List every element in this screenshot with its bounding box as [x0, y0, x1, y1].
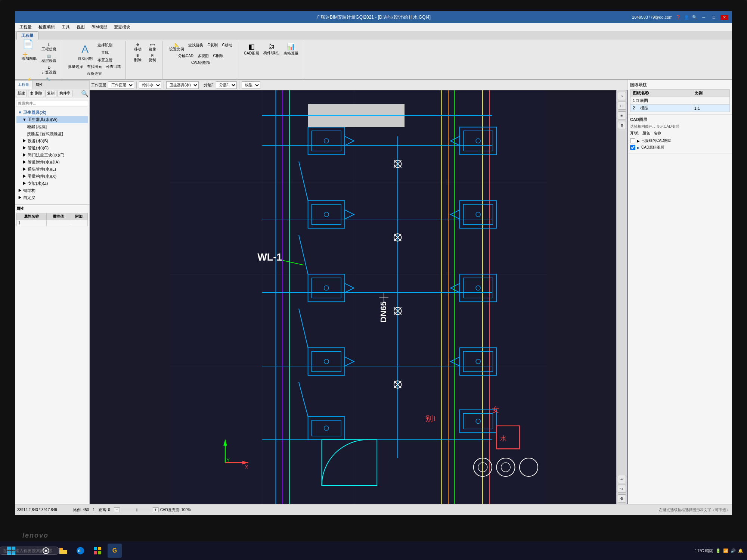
- tree-item-equipment[interactable]: ▶ 设备(水)(S): [16, 137, 88, 144]
- distance-display: 距离: 0: [99, 507, 110, 513]
- store-button[interactable]: [90, 544, 105, 558]
- floor-settings-button[interactable]: 🏢 楼层设置: [40, 53, 58, 64]
- delete-component-button[interactable]: 🗑 删除: [28, 90, 44, 97]
- edge-browser-button[interactable]: e: [73, 544, 87, 558]
- copy-button[interactable]: ⎘ 复制: [146, 53, 159, 63]
- layer-checkbox-original[interactable]: [630, 145, 635, 150]
- maximize-button[interactable]: □: [710, 15, 717, 19]
- glodon-app-button[interactable]: G: [108, 544, 122, 558]
- model-section: 模型: [242, 81, 260, 89]
- search-topbar-icon[interactable]: 🔍: [692, 15, 697, 20]
- tree-item-root[interactable]: ▼ 卫生器具(水): [16, 109, 88, 116]
- table-calc-button[interactable]: 📊 表格算量: [282, 42, 300, 57]
- properties-title: 属性: [16, 206, 88, 211]
- new-component-button[interactable]: 新建: [16, 90, 27, 97]
- calc-settings-button[interactable]: ⚙ 计算设置: [40, 65, 58, 76]
- nav-undo-icon[interactable]: ↩: [618, 475, 626, 483]
- auto-identify-icon: A: [78, 43, 92, 56]
- tree-item-connector[interactable]: ▶ 通头管件(水)(L): [16, 166, 88, 173]
- decompose-cad-button[interactable]: 分解CAD: [177, 53, 195, 59]
- tree-item-pipe-accessory[interactable]: ▶ 管道附件(水)(JIA): [16, 159, 88, 166]
- menu-view[interactable]: 视图: [74, 24, 88, 31]
- task-view-button[interactable]: [39, 544, 53, 558]
- layer-arrow-2[interactable]: ▶: [637, 146, 640, 150]
- delete-button[interactable]: 🗑 删除: [131, 53, 145, 63]
- mirror-button[interactable]: ⟺ 镜像: [146, 42, 159, 53]
- battery-icon: 🔋: [716, 548, 721, 553]
- component-props-button[interactable]: 🗂 构件/属性: [262, 42, 281, 57]
- tree-item-support[interactable]: ▶ 支架(水)(Z): [16, 180, 88, 187]
- menu-bim[interactable]: BIM模型: [89, 24, 110, 31]
- nav-zoom-icon[interactable]: ⊕: [618, 121, 626, 129]
- volume-icon[interactable]: 🔊: [731, 548, 736, 553]
- move-button[interactable]: ✥ 移动: [131, 42, 145, 53]
- tree-item-sanitary[interactable]: ▼ 卫生器具(水)(W): [16, 116, 88, 123]
- nav-rect-icon[interactable]: □: [618, 102, 626, 110]
- component-search-input[interactable]: [16, 100, 88, 106]
- component-rate-button[interactable]: 构件率: [58, 90, 72, 97]
- worklayer-select[interactable]: 工作面层: [108, 81, 134, 89]
- fixture-select[interactable]: 卫生器具(水): [166, 81, 199, 89]
- user-icon[interactable]: 👤: [684, 15, 689, 20]
- layer-select[interactable]: 分层1: [216, 81, 237, 89]
- auto-identify-button[interactable]: A 自动识别: [75, 42, 95, 63]
- layer-arrow-1[interactable]: ▶: [637, 139, 640, 143]
- nav-circle-icon[interactable]: ○: [618, 92, 626, 100]
- menu-check-edit[interactable]: 检查编辑: [35, 24, 58, 31]
- zoom-plus-btn[interactable]: +: [153, 507, 159, 512]
- place-riser-button[interactable]: 布置立管: [96, 57, 114, 63]
- add-drawing-button[interactable]: 📄+ 添加图纸: [19, 42, 39, 76]
- search-taskbar-button[interactable]: [22, 544, 36, 558]
- left-tab-properties[interactable]: 属性: [32, 81, 46, 89]
- c-copy-button[interactable]: C复制: [206, 42, 219, 53]
- nav-layers-icon[interactable]: ≡: [618, 111, 626, 119]
- ribbon-tab-main[interactable]: 工程量: [16, 31, 38, 40]
- set-scale-button[interactable]: 📐 设置比例: [168, 42, 186, 53]
- tree-item-pipe[interactable]: ▶ 管道(水)(G): [16, 144, 88, 152]
- layer-row-extracted: ▶ 已提取的CAD图层: [630, 137, 730, 144]
- layer-checkbox-extracted[interactable]: [630, 138, 635, 143]
- nav-redo-icon[interactable]: ↪: [618, 485, 626, 493]
- menu-tools[interactable]: 工具: [59, 24, 73, 31]
- lenovo-logo: lenovo: [22, 532, 49, 539]
- close-button[interactable]: ✕: [720, 15, 728, 20]
- cad-identify-button[interactable]: CAD识别项: [190, 59, 212, 66]
- status-bar: 33914.2,843 * 3917.849 比例: 450 1 距离: 0 −…: [15, 504, 732, 515]
- pipe-select[interactable]: 给排水: [139, 81, 161, 89]
- component-search-icon[interactable]: 🔍: [81, 90, 89, 97]
- help-icon[interactable]: ❓: [676, 15, 681, 20]
- nav-settings-icon[interactable]: ⚙: [618, 494, 626, 503]
- straight-line-button[interactable]: 直线: [96, 49, 114, 56]
- tree-item-washbasin[interactable]: 洗脸盆 [台式洗脸盆]: [16, 130, 88, 137]
- tree-item-zero[interactable]: ▶ 零量构件(水)(X): [16, 173, 88, 180]
- check-loop-button[interactable]: 检查回路: [105, 63, 123, 70]
- multi-view-button[interactable]: 多视图: [196, 53, 210, 59]
- copy-component-button[interactable]: 复制: [45, 90, 56, 97]
- tree-item-steel[interactable]: ▶ 钢结构: [16, 187, 88, 194]
- menu-changes[interactable]: 变更模块: [111, 24, 133, 31]
- menu-engineering[interactable]: 工程量: [16, 24, 35, 31]
- cad-viewport[interactable]: WL-1 DN65: [90, 90, 627, 504]
- notification-icon[interactable]: 🔔: [738, 548, 743, 553]
- engineering-info-button[interactable]: ℹ 工程信息: [40, 42, 58, 53]
- c-delete-button[interactable]: C删除: [211, 53, 225, 59]
- minimize-button[interactable]: ─: [700, 15, 708, 19]
- tree-item-custom[interactable]: ▶ 自定义: [16, 194, 88, 201]
- file-explorer-button[interactable]: [56, 544, 70, 558]
- setup-manager-button[interactable]: 设备连管: [86, 70, 103, 77]
- zoom-minus-btn[interactable]: −: [114, 507, 120, 512]
- model-select[interactable]: 模型: [242, 81, 260, 89]
- nav-row-1[interactable]: 1 □ 底图: [630, 97, 730, 105]
- batch-select-button[interactable]: 批量选择: [66, 63, 84, 70]
- left-tab-engineering[interactable]: 工程量: [15, 81, 32, 89]
- tree-item-floor-drain[interactable]: 地漏 [地漏]: [16, 123, 88, 130]
- nav-row-2[interactable]: 2 模型 1:1: [630, 105, 730, 112]
- find-replace-button[interactable]: 查找替换: [187, 42, 205, 53]
- c-move-button[interactable]: C移动: [220, 42, 234, 53]
- tree-item-valve[interactable]: ▶ 阀门法兰三块(水)(F): [16, 152, 88, 159]
- cad-layers-title: CAD图层: [630, 117, 730, 122]
- find-element-button[interactable]: 查找图元: [86, 63, 103, 70]
- select-identify-button[interactable]: 选择识别: [96, 42, 114, 49]
- cad-layers-button[interactable]: ◧ CAD图层: [242, 42, 261, 57]
- prop-value-1[interactable]: [46, 220, 70, 226]
